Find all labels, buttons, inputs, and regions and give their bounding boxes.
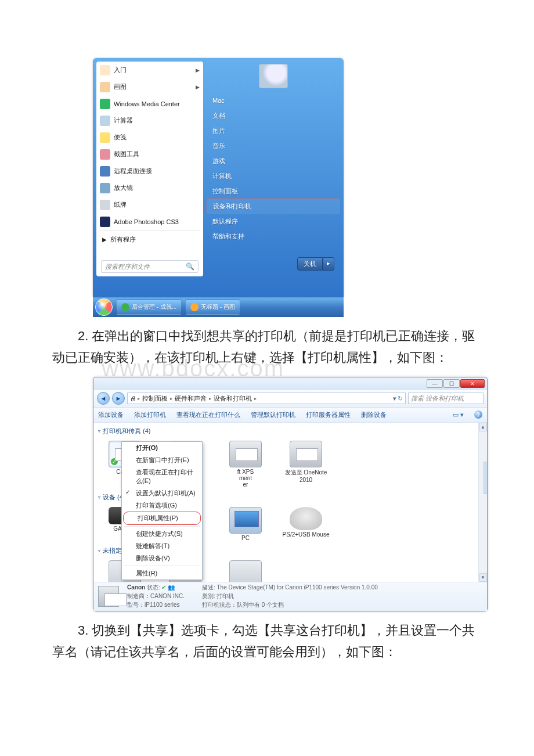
scroll-thumb[interactable] xyxy=(484,462,487,494)
device-unspecified[interactable] xyxy=(221,560,270,582)
window-titlebar: — ☐ ✕ xyxy=(93,377,487,390)
start-menu-right-item[interactable]: 文档 xyxy=(207,108,340,123)
context-menu-item[interactable]: 查看现在正在打印什么(E) xyxy=(122,466,202,487)
content-pane: ▿ 打印机和传真 (4) ✓ Canon ft XPS ment er xyxy=(93,423,478,582)
start-menu-right-item[interactable]: 设备和打印机 xyxy=(207,199,340,214)
start-menu-item[interactable]: 放大镜 xyxy=(96,179,203,196)
context-menu-item[interactable]: 打印机属性(P) xyxy=(123,512,201,525)
scrollbar-vertical[interactable]: ▲ ▼ xyxy=(478,423,487,582)
all-programs[interactable]: ▶ 所有程序 xyxy=(96,232,203,247)
context-menu-item[interactable]: 创建快捷方式(S) xyxy=(122,528,202,540)
command-bar: 添加设备 添加打印机 查看现在正在打印什么 管理默认打印机 打印服务器属性 删除… xyxy=(93,408,487,423)
close-button[interactable]: ✕ xyxy=(460,379,485,388)
start-menu-item[interactable]: 截图工具 xyxy=(96,146,203,163)
app-icon xyxy=(100,183,110,193)
start-menu-right-item[interactable]: 帮助和支持 xyxy=(207,229,340,244)
step-2-text: 2. 在弹出的窗口中找到想共享的打印机（前提是打印机已正确连接，驱动已正确安装）… xyxy=(52,325,482,369)
start-menu-right-item[interactable]: 图片 xyxy=(207,123,340,138)
start-menu-item[interactable]: 入门 ▶ xyxy=(96,62,203,78)
cmd-view-queue[interactable]: 查看现在正在打印什么 xyxy=(176,411,240,419)
context-menu-item[interactable]: 在新窗口中打开(E) xyxy=(122,454,202,466)
start-menu-item[interactable]: 便笺 xyxy=(96,129,203,146)
start-menu-right-pane: Mac文档图片音乐游戏计算机控制面板设备和打印机默认程序帮助和支持 关机 ▸ xyxy=(207,62,340,276)
app-icon xyxy=(100,149,110,160)
back-button[interactable]: ◄ xyxy=(97,392,110,405)
app-icon xyxy=(100,217,110,227)
app-icon xyxy=(100,65,110,75)
start-menu-right-item[interactable]: 游戏 xyxy=(207,153,340,168)
shutdown-button[interactable]: 关机 ▸ xyxy=(297,257,334,271)
start-menu-right-item[interactable]: 音乐 xyxy=(207,138,340,153)
context-menu-item[interactable]: 属性(R) xyxy=(122,567,202,579)
start-button[interactable] xyxy=(95,298,113,316)
scroll-up-icon[interactable]: ▲ xyxy=(479,423,487,431)
start-menu-item[interactable]: 计算器 xyxy=(96,112,203,129)
details-pane: Canon 状态: ✔ 👥 制造商：CANON INC. 型号：iP1100 s… xyxy=(93,582,487,611)
context-menu-item[interactable]: 疑难解答(T) xyxy=(122,540,202,552)
context-menu-item[interactable]: 删除设备(V) xyxy=(122,552,202,564)
search-input[interactable]: 搜索 设备和打印机 xyxy=(408,393,484,404)
maximize-button[interactable]: ☐ xyxy=(443,379,460,388)
app-icon xyxy=(100,116,110,126)
printer-icon xyxy=(290,441,322,467)
search-icon: 🔍 xyxy=(186,262,194,271)
breadcrumb[interactable]: 🖨 ▸ 控制面板▸ 硬件和声音▸ 设备和打印机▸ ▾ ↻ xyxy=(127,393,406,404)
app-icon xyxy=(121,303,129,311)
app-icon xyxy=(190,303,199,311)
device-mouse[interactable]: PS/2+USB Mouse xyxy=(282,507,330,541)
app-icon xyxy=(100,82,110,92)
monitor-icon xyxy=(229,507,262,534)
start-menu-item[interactable]: 画图 ▶ xyxy=(96,78,203,95)
device-icon xyxy=(229,560,262,582)
chevron-right-icon: ▶ xyxy=(196,67,200,73)
taskbar-item[interactable]: 后台管理 - 成就... xyxy=(116,300,182,315)
refresh-icon[interactable]: ↻ xyxy=(398,395,403,402)
start-menu-right-item[interactable]: 计算机 xyxy=(207,168,340,183)
app-icon xyxy=(100,99,110,109)
app-icon xyxy=(100,200,110,210)
printer-xps[interactable]: ft XPS ment er xyxy=(221,441,270,488)
start-menu-item[interactable]: Windows Media Center xyxy=(96,95,203,112)
cmd-add-printer[interactable]: 添加打印机 xyxy=(134,411,166,419)
minimize-button[interactable]: — xyxy=(427,379,443,388)
scroll-down-icon[interactable]: ▼ xyxy=(479,573,487,582)
taskbar-item[interactable]: 无标题 - 画图 xyxy=(185,300,240,315)
breadcrumb-icon: 🖨 xyxy=(130,395,136,402)
app-icon xyxy=(100,132,110,143)
cmd-add-device[interactable]: 添加设备 xyxy=(98,411,124,419)
cmd-server-props[interactable]: 打印服务器属性 xyxy=(306,411,351,419)
cmd-manage-default[interactable]: 管理默认打印机 xyxy=(251,411,295,419)
view-mode-button[interactable]: ▭ ▾ xyxy=(453,411,464,419)
group-printers[interactable]: ▿ 打印机和传真 (4) xyxy=(97,425,475,437)
chevron-right-icon: ▶ xyxy=(196,84,200,90)
start-menu-right-item[interactable]: 控制面板 xyxy=(207,183,340,199)
user-picture[interactable] xyxy=(259,64,288,88)
cmd-remove[interactable]: 删除设备 xyxy=(361,411,387,419)
printer-onenote[interactable]: 发送至 OneNote 2010 xyxy=(282,441,330,488)
taskbar: 后台管理 - 成就...无标题 - 画图 xyxy=(93,297,344,317)
devices-and-printers-window: — ☐ ✕ ◄ ► 🖨 ▸ 控制面板▸ 硬件和声音▸ 设备和打印机▸ ▾ ↻ 搜… xyxy=(93,377,488,611)
help-icon[interactable]: ? xyxy=(474,411,482,419)
shutdown-arrow-icon[interactable]: ▸ xyxy=(323,257,334,271)
context-menu-item[interactable]: 打开(O) xyxy=(122,442,202,454)
context-menu-item[interactable]: 打印首选项(G) xyxy=(122,499,202,512)
start-menu-right-item[interactable]: Mac xyxy=(207,93,340,108)
start-menu-right-item[interactable]: 默认程序 xyxy=(207,214,340,229)
context-menu-item[interactable]: 设置为默认打印机(A) xyxy=(122,487,202,499)
start-menu: 入门 ▶ 画图 ▶ Windows Media Center 计算器 便笺 截图… xyxy=(93,58,344,297)
device-pc[interactable]: PC xyxy=(221,507,270,541)
search-input[interactable]: 搜索程序和文件 🔍 xyxy=(101,260,199,273)
printer-icon xyxy=(98,586,119,607)
share-icon: 👥 xyxy=(168,584,175,591)
mouse-icon xyxy=(290,507,322,530)
app-icon xyxy=(100,166,110,177)
step-3-text: 3. 切换到【共享】选项卡，勾选【共享这台打印机】，并且设置一个共享名（请记住该… xyxy=(52,620,482,663)
start-menu-item[interactable]: Adobe Photoshop CS3 xyxy=(96,213,203,230)
start-menu-item[interactable]: 纸牌 xyxy=(96,196,203,213)
start-menu-left-pane: 入门 ▶ 画图 ▶ Windows Media Center 计算器 便笺 截图… xyxy=(96,62,203,276)
context-menu: 打开(O)在新窗口中打开(E)查看现在正在打印什么(E)设置为默认打印机(A)打… xyxy=(121,441,203,580)
default-check-icon: ✓ xyxy=(110,458,118,466)
all-programs-label: 所有程序 xyxy=(110,235,136,244)
start-menu-item[interactable]: 远程桌面连接 xyxy=(96,163,203,179)
forward-button[interactable]: ► xyxy=(112,392,125,405)
